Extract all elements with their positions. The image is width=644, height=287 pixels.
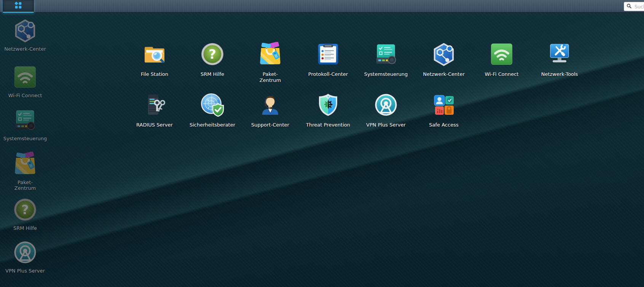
apps-grid-icon — [14, 1, 22, 11]
app-item-label: File Station — [141, 71, 168, 77]
protokoll-center-icon — [316, 42, 340, 66]
app-item-label: Netzwerk-Tools — [541, 71, 578, 77]
app-item-label: Protokoll-Center — [308, 71, 348, 77]
radius-server-icon — [142, 93, 167, 117]
app-item-label: Netzwerk-Center — [423, 71, 465, 77]
srm-hilfe-icon — [13, 197, 37, 222]
app-item-file-station[interactable]: File Station — [126, 42, 183, 93]
app-item-support-center[interactable]: Support-Center — [241, 93, 299, 128]
safe-access-icon — [432, 93, 456, 117]
app-grid-row-2: RADIUS Server Sicherheitsberater Support… — [126, 93, 588, 128]
app-item-threat-prevention[interactable]: Threat Prevention — [299, 93, 357, 128]
app-item-label: Threat Prevention — [306, 122, 350, 128]
desktop-icon-srm-hilfe[interactable]: SRM Hilfe — [0, 197, 50, 231]
vpn-plus-server-icon — [374, 93, 398, 117]
app-item-netzwerk-center[interactable]: Netzwerk-Center — [415, 42, 473, 93]
desktop-icon-vpn-plus-server[interactable]: VPN Plus Server — [0, 240, 50, 274]
wifi-connect-icon — [13, 65, 37, 89]
desktop-icon-wifi-connect[interactable]: Wi-Fi Connect — [0, 65, 50, 98]
paket-zentrum-icon — [13, 152, 37, 176]
sicherheitsberater-icon — [200, 93, 225, 117]
app-item-protokoll-center[interactable]: Protokoll-Center — [299, 42, 357, 93]
app-item-netzwerk-tools[interactable]: Netzwerk-Tools — [531, 42, 588, 93]
app-item-label: Systemsteuerung — [364, 71, 408, 77]
support-center-icon — [258, 93, 282, 117]
topbar — [0, 0, 644, 13]
main-menu-button[interactable] — [3, 0, 34, 13]
desktop-icon-label: VPN Plus Server — [5, 268, 45, 274]
netzwerk-center-icon — [432, 42, 456, 66]
app-grid-row-1: File Station SRM Hilfe Paket-Zentrum Pro… — [126, 42, 588, 93]
systemsteuerung-icon — [13, 108, 37, 132]
search-box[interactable] — [624, 2, 644, 11]
netzwerk-center-icon — [13, 18, 37, 43]
search-icon — [626, 3, 632, 10]
srm-hilfe-icon — [200, 42, 225, 66]
desktop-icon-label: Systemsteuerung — [3, 136, 47, 141]
app-item-systemsteuerung[interactable]: Systemsteuerung — [357, 42, 415, 93]
app-item-sicherheitsberater[interactable]: Sicherheitsberater — [183, 93, 241, 128]
app-item-vpn-plus-server[interactable]: VPN Plus Server — [357, 93, 415, 128]
app-item-label: Safe Access — [429, 122, 458, 128]
app-item-label: Support-Center — [251, 122, 289, 128]
app-item-label: Wi-Fi Connect — [485, 71, 519, 77]
desktop-icon-netzwerk-center[interactable]: Netzwerk-Center — [0, 18, 50, 52]
threat-prevention-icon — [316, 93, 340, 117]
file-station-icon — [142, 42, 167, 66]
app-item-label: VPN Plus Server — [366, 122, 406, 128]
desktop-icon-systemsteuerung[interactable]: Systemsteuerung — [0, 108, 50, 141]
desktop-icon-label: Wi-Fi Connect — [8, 93, 42, 98]
wifi-connect-icon — [489, 42, 514, 66]
app-item-srm-hilfe[interactable]: SRM Hilfe — [183, 42, 241, 93]
app-item-label: Sicherheitsberater — [190, 122, 235, 128]
netzwerk-tools-icon — [547, 42, 572, 66]
app-item-radius-server[interactable]: RADIUS Server — [126, 93, 183, 128]
desktop-icon-label: SRM Hilfe — [13, 225, 37, 231]
app-item-wifi-connect[interactable]: Wi-Fi Connect — [473, 42, 531, 93]
desktop-icon-paket-zentrum[interactable]: Paket-Zentrum — [0, 152, 50, 191]
app-item-label: SRM Hilfe — [201, 71, 224, 77]
desktop-icon-label: Netzwerk-Center — [4, 46, 46, 52]
systemsteuerung-icon — [374, 42, 398, 66]
app-item-label: RADIUS Server — [136, 122, 173, 128]
app-item-safe-access[interactable]: Safe Access — [415, 93, 473, 128]
vpn-plus-server-icon — [13, 240, 37, 265]
app-item-paket-zentrum[interactable]: Paket-Zentrum — [241, 42, 299, 93]
desktop-icon-label: Paket-Zentrum — [13, 180, 37, 191]
app-drawer-grid: File Station SRM Hilfe Paket-Zentrum Pro… — [126, 42, 588, 128]
app-item-label: Paket-Zentrum — [258, 71, 282, 83]
paket-zentrum-icon — [258, 42, 282, 66]
search-input[interactable] — [634, 3, 644, 10]
